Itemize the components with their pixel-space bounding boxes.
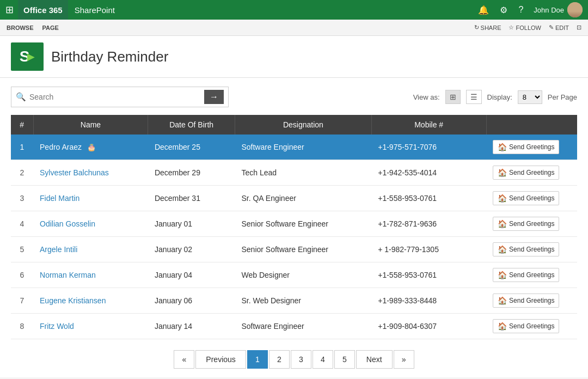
browse-link[interactable]: BROWSE [7,25,34,31]
row-action: 🏠 Send Greetings [486,237,577,262]
sharepoint-logo: S ▶ [11,42,44,71]
row-num: 4 [11,211,33,237]
col-header-designation: Designation [235,115,371,135]
row-mobile: + 1-982-779-1305 [371,237,486,262]
envelope-icon: 🏠 [498,296,507,305]
send-greetings-button[interactable]: 🏠 Send Greetings [493,191,559,205]
send-greetings-button[interactable]: 🏠 Send Greetings [493,319,559,333]
username-label: John Doe [534,6,564,14]
name-link[interactable]: Fritz Wold [40,322,74,331]
row-num: 8 [11,314,33,339]
table-row: 5 Argele Intili January 02 Senior Softwa… [11,237,577,262]
row-designation: Sr. Web Designer [235,288,371,314]
follow-action[interactable]: ☆ FOLLOW [509,24,541,31]
focus-action[interactable]: ⊡ [577,24,581,31]
office365-label[interactable]: Office 365 [18,0,68,20]
page-link[interactable]: PAGE [42,25,59,31]
col-header-action [486,115,577,135]
row-dob: December 25 [148,135,235,160]
send-greetings-button[interactable]: 🏠 Send Greetings [493,242,559,256]
envelope-icon: 🏠 [498,271,507,279]
row-name: Fidel Martin [33,186,148,211]
first-page-button[interactable]: « [174,350,194,369]
row-dob: January 04 [148,262,235,288]
display-select[interactable]: 8 16 24 [518,90,542,104]
page-3-button[interactable]: 3 [291,350,311,369]
row-num: 6 [11,262,33,288]
grid-view-button[interactable]: ⊞ [445,90,461,104]
gear-button[interactable]: ⚙ [496,3,511,17]
row-designation: Web Designer [235,262,371,288]
row-action: 🏠 Send Greetings [486,135,577,160]
name-link[interactable]: Eugene Kristiansen [40,296,106,305]
row-mobile: +1-975-571-7076 [371,135,486,160]
share-action[interactable]: ↻ SHARE [474,24,501,31]
help-button[interactable]: ? [514,3,527,17]
grid-icon[interactable]: ⊞ [5,4,14,16]
search-container: 🔍 → [11,87,229,107]
envelope-icon: 🏠 [498,245,507,254]
last-page-button[interactable]: » [394,350,414,369]
page-2-button[interactable]: 2 [269,350,290,369]
previous-page-button[interactable]: Previous [195,350,246,369]
name-link[interactable]: Fidel Martin [40,194,79,203]
row-mobile: +1-558-953-0761 [371,262,486,288]
row-mobile: +1-942-535-4014 [371,160,486,186]
row-designation: Software Engineer [235,135,371,160]
table-row: 4 Odilian Gosselin January 01 Senior Sof… [11,211,577,237]
search-input[interactable] [29,93,182,101]
send-greetings-button[interactable]: 🏠 Send Greetings [493,140,559,154]
table-row: 2 Sylvester Balchunas December 29 Tech L… [11,160,577,186]
col-header-hash: # [11,115,33,135]
pagination-bar: « Previous 1 2 3 4 5 Next » [11,339,577,377]
pencil-icon: ✎ [549,24,554,31]
row-designation: Senior Software Engineer [235,211,371,237]
table-header-row: # Name Date Of Birth Designation Mobile … [11,115,577,135]
name-link[interactable]: Pedro Araez [40,143,82,151]
share-icon: ↻ [474,24,479,31]
star-icon: ☆ [509,24,514,31]
row-name: Odilian Gosselin [33,211,148,237]
logo-arrow: ▶ [27,51,35,63]
row-dob: December 29 [148,160,235,186]
user-profile[interactable]: John Doe [534,2,583,17]
send-greetings-button[interactable]: 🏠 Send Greetings [493,166,559,180]
row-name: Norman Kerman [33,262,148,288]
edit-action[interactable]: ✎ EDIT [549,24,569,31]
page-5-button[interactable]: 5 [334,350,355,369]
col-header-dob: Date Of Birth [148,115,235,135]
row-mobile: +1-909-804-6307 [371,314,486,339]
search-icon: 🔍 [16,92,26,102]
name-link[interactable]: Norman Kerman [40,271,96,279]
sharepoint-label[interactable]: SharePoint [68,0,121,20]
envelope-icon: 🏠 [498,143,507,151]
next-page-button[interactable]: Next [356,350,393,369]
name-link[interactable]: Sylvester Balchunas [40,168,109,177]
envelope-icon: 🏠 [498,322,507,331]
page-1-button[interactable]: 1 [247,350,268,369]
table-row: 3 Fidel Martin December 31 Sr. QA Engine… [11,186,577,211]
view-as-label: View as: [413,93,440,101]
breadcrumb-right: ↻ SHARE ☆ FOLLOW ✎ EDIT ⊡ [474,24,581,31]
row-dob: January 14 [148,314,235,339]
send-greetings-button[interactable]: 🏠 Send Greetings [493,268,559,282]
row-name: Sylvester Balchunas [33,160,148,186]
name-link[interactable]: Odilian Gosselin [40,219,95,228]
birthday-icon: 🎂 [87,143,96,151]
search-go-button[interactable]: → [204,90,224,104]
send-greetings-button[interactable]: 🏠 Send Greetings [493,294,559,308]
list-view-button[interactable]: ☰ [466,90,482,104]
name-link[interactable]: Argele Intili [40,245,77,254]
row-designation: Tech Lead [235,160,371,186]
display-label: Display: [487,93,512,101]
row-num: 2 [11,160,33,186]
page-4-button[interactable]: 4 [313,350,333,369]
row-name: Fritz Wold [33,314,148,339]
row-action: 🏠 Send Greetings [486,314,577,339]
send-greetings-button[interactable]: 🏠 Send Greetings [493,217,559,231]
bell-button[interactable]: 🔔 [474,3,493,17]
row-dob: January 02 [148,237,235,262]
table-row: 1 Pedro Araez 🎂 December 25 Software Eng… [11,135,577,160]
row-name: Pedro Araez 🎂 [33,135,148,160]
row-action: 🏠 Send Greetings [486,160,577,186]
